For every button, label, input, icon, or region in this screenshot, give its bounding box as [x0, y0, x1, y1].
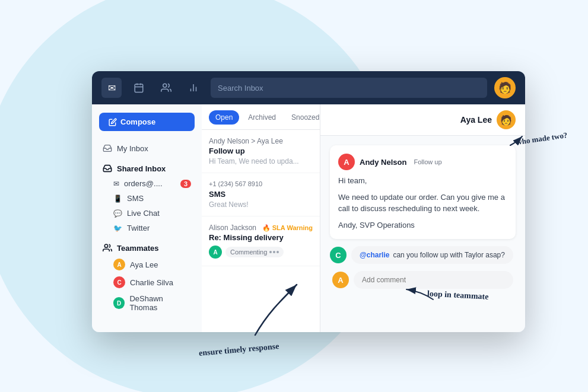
contact-name: Aya Lee: [460, 115, 492, 125]
commenting-bar: A Commenting: [209, 246, 313, 259]
conversation-item-2[interactable]: +1 (234) 567 8910 SMS Great News!: [202, 173, 320, 216]
teammate-aya[interactable]: A Aya Lee: [99, 256, 195, 273]
conv-from-3: Alison Jackson: [209, 224, 256, 232]
typing-dots: [269, 251, 279, 253]
contact-avatar[interactable]: 🧑: [497, 110, 516, 129]
sidebar: Compose My Inbox Shared Inbox ✉ orders@.…: [92, 104, 202, 332]
twitter-item[interactable]: 🐦 Twitter: [99, 221, 195, 235]
message-panel: Aya Lee 🧑 A Andy Nelson Follow up Hi tea…: [320, 104, 525, 332]
current-user-avatar: A: [332, 272, 349, 288]
comment-bubble: @charlie can you follow up with Taylor a…: [351, 246, 513, 264]
commenting-badge: Commenting: [225, 247, 284, 257]
conversation-list: Open Archived Snoozed Andy Nelson > Aya …: [202, 104, 320, 332]
comment-input[interactable]: [354, 271, 513, 289]
tab-archived[interactable]: Archived: [241, 110, 282, 125]
inbox-icon[interactable]: ✉: [101, 78, 122, 98]
sms-inbox-item[interactable]: 📱 SMS: [99, 191, 195, 206]
svg-point-8: [104, 244, 107, 247]
conv-tabs: Open Archived Snoozed: [202, 104, 320, 130]
tab-open[interactable]: Open: [209, 110, 239, 125]
comment-row: C @charlie can you follow up with Taylor…: [330, 246, 516, 264]
conv-preview-2: Great News!: [209, 200, 313, 209]
conv-subject-1: Follow up: [209, 146, 313, 155]
comment-mention: @charlie: [360, 251, 389, 259]
compose-button[interactable]: Compose: [99, 113, 195, 131]
navbar: ✉ 🧑: [92, 71, 525, 104]
shared-inbox-header[interactable]: Shared Inbox: [99, 161, 195, 176]
commenter-avatar: C: [330, 247, 347, 263]
shared-inbox-section: Shared Inbox ✉ orders@.... 3 📱 SMS 💬 Liv…: [99, 161, 195, 235]
conv-subject-3: Re: Missing delivery: [209, 233, 313, 242]
my-inbox-section: My Inbox: [99, 141, 195, 156]
analytics-icon[interactable]: [183, 78, 204, 98]
conv-preview-1: Hi Team, We need to upda...: [209, 157, 313, 165]
sender-avatar: A: [338, 154, 355, 170]
orders-inbox-item[interactable]: ✉ orders@.... 3: [99, 176, 195, 191]
message-text: Hi team, We need to update our order. Ca…: [338, 175, 507, 231]
message-header: Aya Lee 🧑: [320, 104, 525, 136]
conversation-item-3[interactable]: Alison Jackson 🔥 SLA Warning Re: Missing…: [202, 216, 320, 266]
user-avatar-nav[interactable]: 🧑: [494, 77, 516, 98]
message-card: A Andy Nelson Follow up Hi team, We need…: [330, 145, 516, 239]
comment-input-row: A: [330, 271, 516, 289]
search-input[interactable]: [211, 78, 487, 98]
message-card-header: A Andy Nelson Follow up: [338, 154, 507, 170]
message-body: A Andy Nelson Follow up Hi team, We need…: [320, 136, 525, 332]
my-inbox-item[interactable]: My Inbox: [99, 141, 195, 156]
conv-meta-2: +1 (234) 567 8910: [209, 180, 313, 187]
follow-up-tag: Follow up: [414, 158, 441, 165]
calendar-icon[interactable]: [129, 78, 149, 98]
conv-from-1: Andy Nelson > Aya Lee: [209, 137, 313, 145]
conversation-item-1[interactable]: Andy Nelson > Aya Lee Follow up Hi Team,…: [202, 130, 320, 173]
orders-badge: 3: [180, 180, 191, 188]
teammates-header: Teammates: [99, 240, 195, 256]
sla-warning: 🔥 SLA Warning: [262, 224, 313, 232]
sender-name: Andy Nelson: [360, 158, 406, 167]
teammates-section: Teammates A Aya Lee C Charlie Silva D De…: [99, 240, 195, 315]
conv-subject-2: SMS: [209, 190, 313, 199]
teammate-charlie[interactable]: C Charlie Silva: [99, 273, 195, 291]
comment-text: can you follow up with Taylor asap?: [393, 251, 505, 259]
svg-point-4: [163, 84, 167, 87]
svg-rect-0: [135, 84, 143, 93]
teammate-deshawn[interactable]: D DeShawn Thomas: [99, 291, 195, 315]
live-chat-item[interactable]: 💬 Live Chat: [99, 206, 195, 221]
contacts-icon[interactable]: [156, 78, 176, 98]
